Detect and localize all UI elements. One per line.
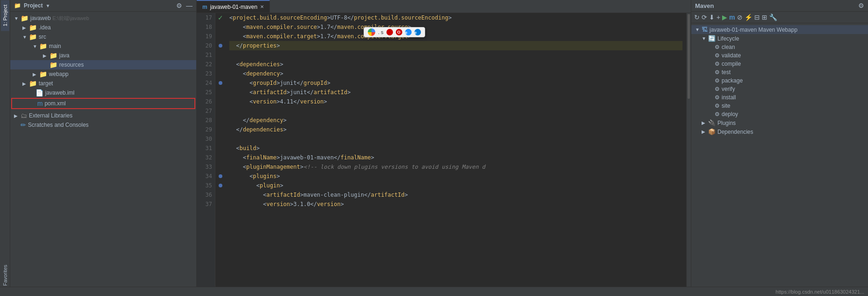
maven-install[interactable]: ⚙ install — [691, 93, 868, 102]
gear-icon[interactable]: ⚙ — [176, 2, 182, 9]
tree-item-pom[interactable]: m pom.xml — [11, 98, 195, 109]
minimize-icon[interactable]: — — [186, 2, 193, 9]
label-verify: verify — [722, 86, 735, 92]
tree-item-java[interactable]: ▶ 📁 java — [10, 51, 196, 60]
maven-site[interactable]: ⚙ site — [691, 102, 868, 110]
code-line-25: <artifactId>junit</artifactId> — [229, 88, 682, 97]
edge-icon[interactable]: e — [414, 29, 421, 35]
add-icon[interactable]: + — [716, 14, 720, 21]
maven-clean[interactable]: ⚙ clean — [691, 43, 868, 51]
project-sidebar: 📁 Project ▼ ⚙ — ▼ 📁 javaweb E:\前端\javawe… — [10, 0, 197, 296]
gutter-31 — [215, 144, 226, 153]
gutter-34 — [215, 172, 226, 181]
gutter-35 — [215, 181, 226, 190]
sidebar-actions: ⚙ — — [176, 2, 193, 9]
lightning-icon[interactable]: ⚡ — [744, 14, 752, 21]
tick-icon-17: ✓ — [218, 14, 223, 21]
close-browser-icon[interactable] — [386, 29, 393, 35]
wrench-icon[interactable]: 🔧 — [769, 14, 777, 21]
maven-gear-icon[interactable]: ⚙ — [858, 2, 864, 9]
maven-title: Maven — [695, 2, 714, 9]
gutter-29 — [215, 125, 226, 134]
opera-icon[interactable]: O — [396, 29, 402, 35]
editor-scrollbar[interactable] — [686, 13, 691, 296]
arrow-clean — [708, 45, 715, 50]
arrow-validate — [708, 53, 715, 58]
label-deploy: deploy — [722, 111, 738, 117]
maven-plugins-group[interactable]: ▶ 🔌 Plugins — [691, 118, 868, 127]
equalizer-icon[interactable]: ⊟ — [754, 14, 760, 21]
gutter-19 — [215, 32, 226, 41]
lifecycle-label: Lifecycle — [717, 35, 739, 42]
status-bar: https://blog.csdn.net/u011863024321... — [0, 287, 868, 296]
code-line-35: <plugin> — [229, 181, 682, 190]
tree-item-javaweb[interactable]: ▼ 📁 javaweb E:\前端\javaweb — [10, 14, 196, 23]
refresh-icon[interactable]: ↻ — [694, 14, 700, 21]
gear-clean-icon: ⚙ — [715, 44, 720, 50]
tree-item-src[interactable]: ▼ 📁 src — [10, 32, 196, 41]
maven-project-root[interactable]: ▼ 🏗 javaweb-01-maven Maven Webapp — [691, 25, 868, 34]
label-install: install — [722, 94, 736, 101]
lifecycle-icon: 🔄 — [708, 35, 716, 42]
project-label: Project — [24, 2, 43, 9]
maven-verify[interactable]: ⚙ verify — [691, 85, 868, 93]
gear-site-icon: ⚙ — [715, 103, 720, 109]
gutter-26 — [215, 97, 226, 106]
ie-icon[interactable]: e — [405, 29, 412, 35]
update-icon[interactable]: ⟳ — [702, 14, 707, 21]
project-title: 📁 Project ▼ — [14, 2, 50, 9]
label-compile: compile — [722, 61, 741, 67]
maven-validate[interactable]: ⚙ validate — [691, 51, 868, 60]
tab-maven-icon: m — [202, 4, 207, 10]
tree-item-iml[interactable]: 📄 javaweb.iml — [10, 88, 196, 97]
code-line-21 — [229, 50, 682, 60]
tree-item-webapp[interactable]: ▶ 📁 webapp — [10, 69, 196, 79]
dependencies-icon: 📦 — [708, 128, 716, 135]
download-icon[interactable]: ⬇ — [709, 14, 715, 21]
tree-item-resources[interactable]: 📁 resources — [10, 60, 196, 69]
folder-icon-java: 📁 — [49, 52, 57, 59]
label-pom: pom.xml — [45, 100, 66, 107]
gutter-33 — [215, 162, 226, 172]
browser-text: . s — [378, 29, 384, 35]
skip-icon[interactable]: ⊘ — [737, 14, 743, 21]
tree-item-main[interactable]: ▼ 📁 main — [10, 41, 196, 51]
label-target: target — [39, 80, 53, 87]
code-line-18: <maven.compiler.source>1.7</maven.compil… — [229, 22, 682, 32]
maven-lifecycle-group[interactable]: ▼ 🔄 Lifecycle — [691, 34, 868, 43]
eq2-icon[interactable]: ⊞ — [762, 14, 767, 21]
code-line-36: <artifactId>maven-clean-plugin</artifact… — [229, 190, 682, 200]
gutter-18 — [215, 22, 226, 32]
tab-close-icon[interactable]: ✕ — [260, 4, 264, 9]
label-src: src — [39, 34, 46, 40]
maven-package[interactable]: ⚙ package — [691, 76, 868, 85]
tree-item-scratches[interactable]: ✏ Scratches and Consoles — [10, 120, 196, 130]
folder-icon-src: 📁 — [29, 33, 37, 41]
sidebar-header: 📁 Project ▼ ⚙ — — [10, 0, 196, 12]
plugins-icon: 🔌 — [708, 119, 716, 126]
label-ext-lib: External Libraries — [29, 112, 72, 119]
label-package: package — [722, 77, 743, 84]
code-line-23: <dependency> — [229, 69, 682, 78]
maven-m-icon[interactable]: m — [729, 14, 735, 21]
scrollbar-thumb[interactable] — [688, 14, 690, 99]
tree-item-target[interactable]: ▶ 📁 target — [10, 79, 196, 88]
maven-dependencies-group[interactable]: ▶ 📦 Dependencies — [691, 127, 868, 136]
maven-webapp-icon: 🏗 — [702, 26, 708, 33]
folder-icon-resources: 📁 — [49, 61, 57, 69]
maven-test[interactable]: ⚙ test — [691, 68, 868, 76]
code-editor[interactable]: <project.build.sourceEncoding>UTF-8</pro… — [226, 13, 686, 296]
plugins-label: Plugins — [717, 120, 736, 126]
tree-item-idea[interactable]: ▶ 📁 .idea — [10, 23, 196, 32]
editor-tab-pom[interactable]: m javaweb-01-maven ✕ — [197, 0, 270, 13]
tree-item-external-libraries[interactable]: ▶ 🗂 External Libraries — [10, 111, 196, 120]
gutter-17: ✓ — [215, 13, 226, 22]
code-line-26: <version>4.11</version> — [229, 97, 682, 106]
run-icon[interactable]: ▶ — [722, 14, 727, 21]
project-vtab[interactable]: 1: Project — [1, 0, 9, 31]
gutter-25 — [215, 88, 226, 97]
code-line-29: </dependencies> — [229, 125, 682, 134]
maven-compile[interactable]: ⚙ compile — [691, 60, 868, 68]
chevron-down-icon[interactable]: ▼ — [46, 3, 50, 8]
maven-deploy[interactable]: ⚙ deploy — [691, 110, 868, 118]
